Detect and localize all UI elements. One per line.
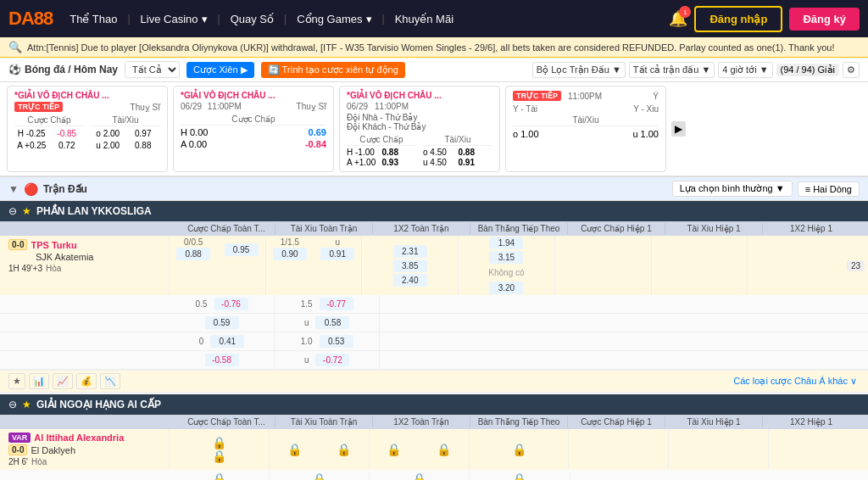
logo[interactable]: DA88 (8, 8, 53, 30)
team1-0[interactable]: TPS Turku (31, 240, 76, 250)
cuoc-xien-button[interactable]: Cược Xiên ▶ (186, 62, 254, 78)
settings-icon[interactable]: ⚙ (843, 62, 860, 78)
nav-cong-games[interactable]: Cổng Games ▾ (287, 13, 381, 25)
league-header-0[interactable]: ⊖ ★ PHẦN LAN YKKOSLIGA (0, 201, 868, 221)
main-nav: Thể Thao | Live Casino ▾ | Quay Số | Cổn… (59, 13, 464, 25)
ticker-text: Attn:[Tennis] Due to player [Oleksandra … (27, 42, 835, 53)
ban-thang-v3-btn[interactable]: 3.20 (489, 282, 523, 294)
sub-tai-xiu-3-btn[interactable]: -0.72 (315, 354, 349, 366)
team2-var: El Daklyeh (31, 445, 75, 455)
nav-khuyen-mai[interactable]: Khuyến Mãi (385, 13, 464, 25)
match-row-var: VAR Al Ittihad Alexandria 0-0 El Daklyeh… (0, 429, 868, 480)
login-button[interactable]: Đăng nhập (694, 6, 782, 32)
star-league-0: ★ (22, 205, 31, 217)
chevron-down-icon: ▾ (366, 13, 372, 25)
sub-row-0: 0.5 -0.76 1.5 -0.77 (0, 295, 868, 314)
odds-hiep1-x2-0 (748, 236, 843, 295)
time-live-var: 2H 6' (8, 457, 28, 466)
x2-v2-btn[interactable]: 3.85 (393, 260, 427, 272)
tai-xiu-section: Tài/Xiu o 2.00 0.97 u 2.00 0.88 (91, 115, 160, 151)
odds-cuoc-chap-0: 0/0.5 0.88 0.95 (170, 236, 266, 295)
sub-tai-xiu-2-btn[interactable]: 0.53 (320, 335, 353, 348)
var-badge: VAR (8, 433, 31, 443)
team1-var[interactable]: Al Ittihad Alexandria (34, 433, 124, 443)
sub-row-1: 0.59 u 0.58 (0, 314, 868, 332)
sport-label: ⚽ Bóng đá / Hôm Nay (8, 64, 118, 75)
tat-ca-tran-btn[interactable]: Tất cả trận đấu ▼ (629, 62, 715, 78)
a-val-1: -0.84 (305, 139, 326, 149)
card-date-1: 06/29 11:00PM Thuỵ Sĩ (181, 102, 326, 111)
odds-cols-0: 0/0.5 0.88 0.95 (170, 236, 843, 295)
star-action-btn[interactable]: ★ (8, 373, 25, 389)
live-badge-3: TRỰC TIẾP (513, 91, 561, 101)
odds-hiep1-tai-0 (652, 236, 748, 295)
more-odds-link[interactable]: Các loại cược Châu Á khác ∨ (731, 373, 860, 389)
tai-xiu-section-2: Tài/Xiu o 4.50 0.88 u 4.50 0.91 (423, 135, 492, 167)
collapse-btn[interactable]: ▼ (8, 183, 19, 195)
ban-thang-no: Không có (485, 265, 527, 281)
match-card-2: *GIẢI VÔ ĐỊCH CHÂU ... 06/29 11:00PM Đội… (339, 86, 500, 172)
chart-action-btn[interactable]: 📊 (29, 373, 49, 389)
sub-row-3: -0.58 u -0.72 (0, 351, 868, 370)
register-button[interactable]: Đăng ký (789, 8, 860, 31)
two-col-btn[interactable]: ≡ Hai Dòng (798, 181, 860, 197)
match-country-0: Thuỵ Sĩ (131, 103, 160, 112)
lock-icon-5: 🔒 (370, 443, 419, 456)
sport-filter-bar: ⚽ Bóng đá / Hôm Nay Tất Cả Cược Xiên ▶ 🔄… (0, 58, 868, 82)
star-league-1: ★ (22, 399, 31, 410)
locked-odds-var: 🔒 🔒 🔒 🔒 🔒 🔒 🔒 (170, 429, 868, 470)
h-val: -0.85 (50, 128, 85, 139)
sub-cuoc-chap-3-btn[interactable]: -0.58 (205, 354, 239, 366)
ban-thang-v2-btn[interactable]: 3.15 (489, 251, 523, 264)
logo-text: DA (8, 8, 34, 29)
score-badge-0: 0-0 (8, 239, 27, 250)
match-count: 23 (847, 260, 865, 271)
card-date-2: 06/29 11:00PM (347, 102, 492, 111)
cuoc-chap-h-btn-0[interactable]: 0.88 (176, 248, 210, 260)
tai-xiu-u-btn-0[interactable]: 0.91 (320, 248, 354, 260)
sub-tai-xiu-h-btn-0[interactable]: -0.77 (320, 298, 353, 310)
money-action-btn[interactable]: 💰 (76, 373, 97, 389)
h-label: H -0.25 (14, 128, 49, 139)
card-live-3: TRỰC TIẾP 11:00PM Ý (513, 91, 659, 101)
tai-xiu-o-btn-0[interactable]: 0.90 (273, 248, 307, 260)
lock-icon-6: 🔒 (419, 443, 468, 456)
trinh-tao-button[interactable]: 🔄 Trình tạo cược xiên tự động (261, 62, 405, 78)
count-col: 23 (843, 236, 868, 295)
col-headers-1: Cược Chấp Toàn T... Tài Xiu Toàn Trận 1X… (0, 415, 868, 429)
info-icon: 🔍 (8, 41, 22, 53)
nav-live-casino[interactable]: Live Casino ▾ (131, 13, 218, 25)
ban-thang-v1-btn[interactable]: 1.94 (489, 237, 523, 249)
card-title-2: *GIẢI VÔ ĐỊCH CHÂU ... (347, 91, 492, 100)
col-hiep1-tai: Tài Xiu Hiệp 1 (665, 223, 763, 234)
bar-action-btn[interactable]: 📉 (100, 373, 120, 389)
notification-bell[interactable]: 🔔 1 (669, 9, 687, 28)
sub-tai-xiu-u-btn-0[interactable]: 0.58 (315, 316, 349, 329)
nav-the-thao[interactable]: Thể Thao (59, 13, 127, 25)
cuoc-chap-a-btn-0[interactable]: 0.95 (225, 243, 259, 256)
sub-cuoc-chap-v-btn-0[interactable]: 0.59 (205, 316, 239, 329)
odds-layout-btn[interactable]: Lựa chọn bình thường ▼ (672, 181, 793, 197)
u-val: 0.88 (126, 140, 161, 151)
collapse-league-0[interactable]: ⊖ (8, 205, 17, 217)
sub-cuoc-chap-2-btn[interactable]: 0.41 (210, 335, 244, 348)
next-match-card-btn[interactable]: ▶ (671, 121, 686, 137)
main-header: DA88 Thể Thao | Live Casino ▾ | Quay Số … (0, 0, 868, 37)
sub-cuoc-chap-h-btn-0[interactable]: -0.76 (214, 298, 248, 310)
bo-loc-btn[interactable]: Bộ Lọc Trận Đấu ▼ (532, 62, 626, 78)
nav-quay-so[interactable]: Quay Số (220, 13, 284, 25)
section-controls: ▼ 🔴 Trận Đấu Lựa chọn bình thường ▼ ≡ Ha… (0, 177, 868, 201)
x2-v1-btn[interactable]: 2.31 (393, 245, 427, 258)
live-badge: TRỰC TIẾP (14, 102, 63, 112)
filter-tat-ca[interactable]: Tất Cả (125, 61, 180, 78)
league-section-0: ⊖ ★ PHẦN LAN YKKOSLIGA Cược Chấp Toàn T.… (0, 201, 868, 393)
col-hiep1-chap: Cược Chấp Hiệp 1 (568, 223, 665, 234)
stats-action-btn[interactable]: 📈 (53, 373, 73, 389)
x2-v3-btn[interactable]: 2.40 (393, 274, 427, 287)
match-row-0: 0-0 TPS Turku SJK Akatemia 1H 49'+3 Hòa (0, 236, 868, 393)
collapse-league-1[interactable]: ⊖ (8, 399, 17, 410)
h-label-1: H 0.00 (181, 127, 208, 137)
league-header-1[interactable]: ⊖ ★ GIẢI NGOẠI HẠNG AI CẤP (0, 394, 868, 415)
time-filter-btn[interactable]: 4 giờ tới ▼ (718, 62, 772, 78)
lock-icon-s2: 🔒 (270, 472, 369, 480)
